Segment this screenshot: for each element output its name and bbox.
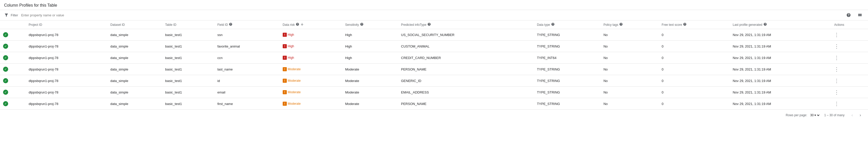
col-header-project_id: Project ID <box>26 21 107 29</box>
predicted-info-type-cell-5: EMAIL_ADDRESS <box>398 87 534 98</box>
dataset-id-cell-4: data_simple <box>107 75 162 87</box>
risk-icon-1: ! <box>283 44 287 48</box>
columns-icon-toolbar[interactable] <box>856 11 864 19</box>
actions-cell-2[interactable]: ⋮ <box>831 52 868 63</box>
col-header-predicted_info_type: Predicted infoType <box>398 21 534 29</box>
table-id-cell-6: basic_test1 <box>162 98 214 110</box>
help-icon-toolbar[interactable] <box>844 11 853 19</box>
data-risk-cell-4: ! Moderate <box>280 75 342 87</box>
actions-menu-3[interactable]: ⋮ <box>834 66 839 72</box>
table-row: ✓dlppsbqrun1-proj-78data_simplebasic_tes… <box>0 98 868 110</box>
sort-icon-data_risk[interactable] <box>300 23 304 27</box>
actions-menu-2[interactable]: ⋮ <box>834 55 839 60</box>
help-icon-last_profile_generated[interactable] <box>764 23 767 27</box>
status-cell-1: ✓ <box>0 40 26 52</box>
predicted-info-type-cell-6: PERSON_NAME <box>398 98 534 110</box>
predicted-info-type-cell-3: PERSON_NAME <box>398 63 534 75</box>
help-icon-data_type[interactable] <box>551 23 555 27</box>
actions-cell-6[interactable]: ⋮ <box>831 98 868 110</box>
sensitivity-cell-2: High <box>342 52 398 63</box>
rows-per-page-select[interactable]: 30 ▾ <box>809 113 820 117</box>
help-icon-policy_tags[interactable] <box>619 23 623 27</box>
table-id-cell-5: basic_test1 <box>162 87 214 98</box>
data-risk-cell-1: ! High <box>280 40 342 52</box>
dataset-id-cell-5: data_simple <box>107 87 162 98</box>
risk-badge-4: ! Moderate <box>283 79 301 83</box>
risk-badge-6: ! Moderate <box>283 102 301 106</box>
col-label-dataset_id: Dataset ID <box>111 23 125 27</box>
actions-menu-4[interactable]: ⋮ <box>834 78 839 84</box>
data-type-cell-4: TYPE_STRING <box>534 75 600 87</box>
predicted-info-type-cell-4: GENERIC_ID <box>398 75 534 87</box>
project-id-cell-3: dlppsbqrun1-proj-78 <box>26 63 107 75</box>
free-text-score-cell-6: 0 <box>658 98 730 110</box>
help-icon-free_text_score[interactable] <box>683 23 687 27</box>
col-header-table_id: Table ID <box>162 21 214 29</box>
table-row: ✓dlppsbqrun1-proj-78data_simplebasic_tes… <box>0 87 868 98</box>
sensitivity-cell-0: High <box>342 29 398 40</box>
table-id-cell-0: basic_test1 <box>162 29 214 40</box>
sensitivity-cell-1: High <box>342 40 398 52</box>
status-cell-4: ✓ <box>0 75 26 87</box>
status-icon-4: ✓ <box>3 78 8 83</box>
status-cell-2: ✓ <box>0 52 26 63</box>
last-profile-generated-cell-4: Nov 29, 2021, 1:31:19 AM <box>730 75 831 87</box>
policy-tags-cell-5: No <box>600 87 658 98</box>
prev-page-button[interactable]: ‹ <box>848 112 856 119</box>
status-icon-3: ✓ <box>3 67 8 72</box>
col-label-policy_tags: Policy tags <box>603 23 618 27</box>
actions-menu-5[interactable]: ⋮ <box>834 89 839 95</box>
col-label-predicted_info_type: Predicted infoType <box>401 23 426 27</box>
actions-cell-5[interactable]: ⋮ <box>831 87 868 98</box>
field-id-cell-5: email <box>214 87 280 98</box>
rows-per-page-label: Rows per page: <box>786 113 807 117</box>
dataset-id-cell-3: data_simple <box>107 63 162 75</box>
risk-badge-0: ! High <box>283 33 294 37</box>
field-id-cell-6: first_name <box>214 98 280 110</box>
project-id-cell-4: dlppsbqrun1-proj-78 <box>26 75 107 87</box>
field-id-cell-4: id <box>214 75 280 87</box>
data-type-cell-6: TYPE_STRING <box>534 98 600 110</box>
risk-icon-5: ! <box>283 90 287 94</box>
actions-menu-1[interactable]: ⋮ <box>834 44 839 49</box>
page-title: Column Profiles for this Table <box>0 0 868 10</box>
filter-input[interactable] <box>21 13 842 17</box>
predicted-info-type-cell-0: US_SOCIAL_SECURITY_NUMBER <box>398 29 534 40</box>
help-icon-predicted_info_type[interactable] <box>427 23 431 27</box>
status-icon-6: ✓ <box>3 101 8 106</box>
col-header-status <box>0 21 26 29</box>
actions-cell-4[interactable]: ⋮ <box>831 75 868 87</box>
status-cell-0: ✓ <box>0 29 26 40</box>
table-id-cell-2: basic_test1 <box>162 52 214 63</box>
actions-menu-6[interactable]: ⋮ <box>834 101 839 107</box>
last-profile-generated-cell-5: Nov 29, 2021, 1:31:19 AM <box>730 87 831 98</box>
actions-cell-3[interactable]: ⋮ <box>831 63 868 75</box>
help-icon-field_id[interactable] <box>229 23 232 27</box>
sensitivity-cell-3: Moderate <box>342 63 398 75</box>
table-footer: Rows per page: 30 ▾ 1 – 30 of many ‹ › <box>0 110 868 121</box>
policy-tags-cell-0: No <box>600 29 658 40</box>
help-icon-data_risk[interactable] <box>296 23 299 27</box>
data-type-cell-2: TYPE_INT64 <box>534 52 600 63</box>
col-label-data_type: Data type <box>537 23 550 27</box>
actions-cell-0[interactable]: ⋮ <box>831 29 868 40</box>
next-page-button[interactable]: › <box>857 112 864 119</box>
table-row: ✓dlppsbqrun1-proj-78data_simplebasic_tes… <box>0 75 868 87</box>
field-id-cell-3: last_name <box>214 63 280 75</box>
predicted-info-type-cell-1: CUSTOM_ANIMAL <box>398 40 534 52</box>
actions-menu-0[interactable]: ⋮ <box>834 32 839 37</box>
actions-cell-1[interactable]: ⋮ <box>831 40 868 52</box>
col-header-dataset_id: Dataset ID <box>107 21 162 29</box>
risk-icon-6: ! <box>283 102 287 106</box>
col-header-field_id: Field ID <box>214 21 280 29</box>
last-profile-generated-cell-2: Nov 29, 2021, 1:31:19 AM <box>730 52 831 63</box>
table-id-cell-1: basic_test1 <box>162 40 214 52</box>
policy-tags-cell-6: No <box>600 98 658 110</box>
risk-badge-2: ! High <box>283 56 294 60</box>
sensitivity-cell-5: Moderate <box>342 87 398 98</box>
table-row: ✓dlppsbqrun1-proj-78data_simplebasic_tes… <box>0 40 868 52</box>
help-icon-sensitivity[interactable] <box>360 23 364 27</box>
risk-badge-3: ! Moderate <box>283 67 301 71</box>
col-label-field_id: Field ID <box>217 23 228 27</box>
col-label-last_profile_generated: Last profile generated <box>733 23 763 27</box>
